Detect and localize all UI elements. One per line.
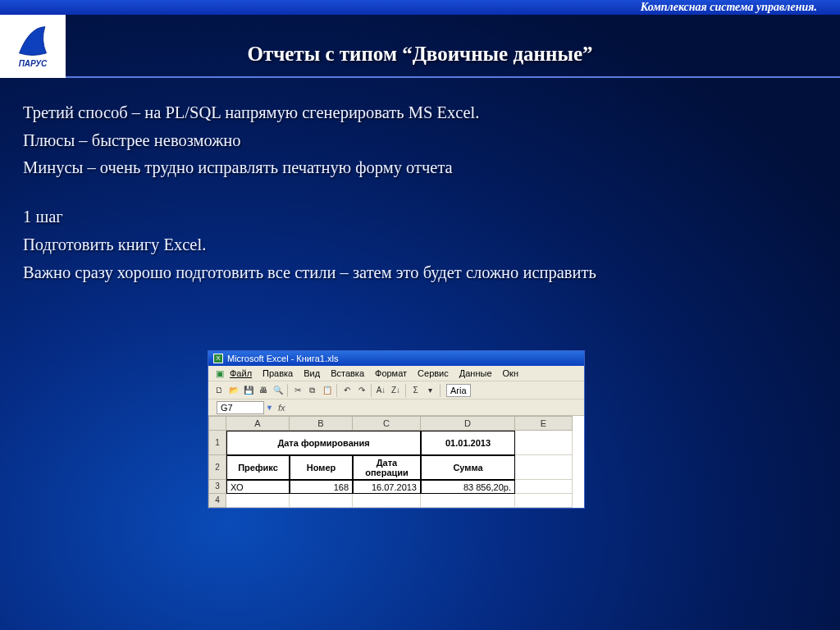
cell-header[interactable]: Сумма: [421, 455, 515, 480]
excel-menubar: ▣ Файл Правка Вид Вставка Формат Сервис …: [208, 366, 584, 381]
cell-date-value[interactable]: 01.01.2013: [421, 431, 515, 455]
system-name: Комплексная система управления.: [641, 1, 817, 13]
select-all-corner[interactable]: [208, 416, 226, 431]
print-icon[interactable]: 🖶: [256, 383, 270, 397]
col-header[interactable]: D: [421, 416, 515, 431]
sort-desc-icon[interactable]: Z↓: [389, 383, 403, 397]
excel-titlebar: X Microsoft Excel - Книга1.xls: [208, 351, 584, 366]
logo-box: ПАРУС: [0, 15, 66, 78]
name-box[interactable]: G7: [217, 401, 264, 414]
menu-insert[interactable]: Вставка: [326, 368, 368, 380]
table-row: 2 Префикс Номер Дата операции Сумма: [208, 455, 584, 480]
cell-empty[interactable]: [226, 494, 290, 508]
fx-label[interactable]: fx: [273, 403, 290, 413]
save-icon[interactable]: 💾: [241, 383, 255, 397]
row-header[interactable]: 4: [208, 494, 226, 508]
table-row: 4: [208, 494, 584, 508]
menu-window[interactable]: Окн: [499, 368, 523, 380]
open-icon[interactable]: 📂: [226, 383, 240, 397]
menu-edit[interactable]: Правка: [258, 368, 297, 380]
excel-toolbar: 🗋 📂 💾 🖶 🔍 ✂ ⧉ 📋 ↶ ↷ A↓ Z↓ Σ ▾ Aria: [208, 381, 584, 399]
cut-icon[interactable]: ✂: [290, 383, 304, 397]
col-header[interactable]: C: [353, 416, 421, 431]
font-selector[interactable]: Aria: [446, 384, 471, 397]
excel-menu-icon: ▣: [212, 368, 223, 380]
paragraph: Подготовить книгу Excel.: [23, 233, 817, 258]
menu-data[interactable]: Данные: [455, 368, 496, 380]
paste-icon[interactable]: 📋: [320, 383, 334, 397]
cell-data[interactable]: 83 856,20р.: [421, 480, 515, 494]
cell-empty[interactable]: [421, 494, 515, 508]
cell-header[interactable]: Номер: [290, 455, 353, 480]
row-header[interactable]: 3: [208, 480, 226, 494]
paragraph: Плюсы – быстрее невозможно: [23, 129, 817, 153]
slide-content: Третий способ – на PL/SQL напрямую сгене…: [0, 78, 840, 285]
dropdown-icon[interactable]: ▼: [266, 404, 273, 412]
cell-empty[interactable]: [515, 494, 573, 508]
table-row: 1 Дата формирования 01.01.2013: [208, 431, 584, 455]
paragraph: Третий способ – на PL/SQL напрямую сгене…: [23, 101, 817, 126]
title-zone: ПАРУС Отчеты с типом “Двоичные данные”: [0, 15, 840, 78]
logo-sail-icon: [15, 25, 51, 57]
menu-tools[interactable]: Сервис: [413, 368, 453, 380]
cell-header[interactable]: Дата операции: [353, 455, 421, 480]
col-header[interactable]: E: [515, 416, 573, 431]
cell-merged-header[interactable]: Дата формирования: [226, 431, 421, 455]
undo-icon[interactable]: ↶: [340, 383, 354, 397]
excel-grid: A B C D E 1 Дата формирования 01.01.2013…: [208, 416, 584, 508]
table-row: 3 ХО 168 16.07.2013 83 856,20р.: [208, 480, 584, 494]
menu-format[interactable]: Формат: [371, 368, 411, 380]
column-headers: A B C D E: [208, 416, 584, 431]
excel-window-title: Microsoft Excel - Книга1.xls: [227, 354, 338, 363]
new-icon[interactable]: 🗋: [212, 383, 226, 397]
col-header[interactable]: B: [290, 416, 353, 431]
menu-file[interactable]: Файл: [226, 368, 256, 380]
header-bar: Комплексная система управления.: [0, 0, 840, 15]
cell-header[interactable]: Префикс: [226, 455, 290, 480]
cell-empty[interactable]: [353, 494, 421, 508]
cell-data[interactable]: 16.07.2013: [353, 480, 421, 494]
col-header[interactable]: A: [226, 416, 290, 431]
autosum-icon[interactable]: Σ: [409, 383, 422, 397]
excel-screenshot: X Microsoft Excel - Книга1.xls ▣ Файл Пр…: [208, 350, 585, 509]
cell-empty[interactable]: [515, 431, 573, 455]
formula-bar: G7 ▼ fx: [208, 399, 584, 416]
cell-data[interactable]: 168: [290, 480, 353, 494]
redo-icon[interactable]: ↷: [354, 383, 368, 397]
cell-empty[interactable]: [515, 455, 573, 480]
logo-text: ПАРУС: [19, 59, 48, 68]
sort-asc-icon[interactable]: A↓: [374, 383, 388, 397]
excel-app-icon: X: [213, 354, 223, 363]
paragraph: Минусы – очень трудно исправлять печатну…: [23, 156, 817, 180]
slide-title: Отчеты с типом “Двоичные данные”: [0, 15, 840, 66]
paragraph: 1 шаг: [23, 205, 817, 230]
preview-icon[interactable]: 🔍: [271, 383, 285, 397]
paragraph: Важно сразу хорошо подготовить все стили…: [23, 261, 817, 285]
cell-data[interactable]: ХО: [226, 480, 290, 494]
row-header[interactable]: 1: [208, 431, 226, 455]
row-header[interactable]: 2: [208, 455, 226, 480]
menu-view[interactable]: Вид: [299, 368, 324, 380]
cell-empty[interactable]: [290, 494, 353, 508]
chart-icon[interactable]: ▾: [423, 383, 437, 397]
copy-icon[interactable]: ⧉: [305, 383, 319, 397]
cell-empty[interactable]: [515, 480, 573, 494]
